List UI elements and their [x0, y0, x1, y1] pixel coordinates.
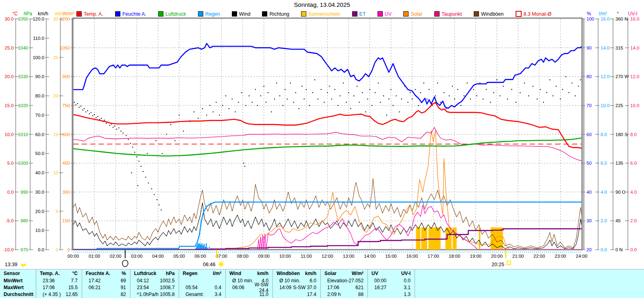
- table-cell-row: 82: [82, 291, 130, 298]
- legend-label: Regen: [205, 11, 220, 17]
- sensor-name: Luftdruck: [130, 271, 156, 276]
- table-empty-area: [415, 269, 644, 298]
- sensor-unit: °C: [72, 271, 82, 276]
- row-label: Sensor: [0, 271, 20, 276]
- x-axis-hour-label: 05:00: [173, 254, 185, 259]
- sunrise-time-label: 06:46: [203, 262, 215, 267]
- cell-value: 12.65: [66, 292, 82, 297]
- table-cell-row: 23:541008.7: [130, 284, 179, 291]
- axis-unit-label: km/h: [38, 11, 48, 17]
- sensor-unit: km/h: [305, 271, 320, 276]
- axis-tick-label: 0.0: [630, 247, 637, 252]
- axis-right-UV-I: [625, 19, 629, 250]
- sunrise-sun-icon: [218, 261, 224, 267]
- x-axis-hour-label: 02:00: [110, 254, 122, 259]
- legend-item-richtung: Richtung: [262, 11, 289, 17]
- legend-label: UV: [385, 11, 392, 17]
- axis-tick-label: 14.0: [630, 46, 639, 50]
- axis-tick-label: 14.0: [601, 46, 609, 50]
- axis-tick-label: -5.0: [6, 218, 14, 223]
- table-cell-row: 23:367.7: [36, 277, 82, 284]
- axis-tick-label: 1020: [18, 103, 28, 108]
- weather-day-chart-window: °C30.025.020.015.010.05.00.0-5.0-10.0hPa…: [0, 0, 644, 298]
- table-cell-row: 04:121002.5: [130, 277, 179, 284]
- axis-tick-label: 12.0: [630, 74, 639, 79]
- axis-unit-label: %: [587, 11, 591, 17]
- cell-value: 3.1: [404, 285, 415, 290]
- table-cell-row: (+ 4.35 )12.65: [36, 291, 82, 298]
- cell-value: 6.0: [310, 278, 320, 284]
- axis-tick-label: 16.0: [630, 17, 639, 21]
- table-cell-row: 06:06W-SW 24.4: [226, 284, 272, 291]
- legend-item-8-3-monat-: 8.3 Monat-Ø: [516, 11, 551, 17]
- table-col-luftdruck: LuftdruckhPa04:121002.523:541008.7^1.0hP…: [130, 269, 179, 298]
- axis-tick-label: 30: [53, 17, 58, 21]
- chart-canvas: °C30.025.020.015.010.05.00.0-5.0-10.0hPa…: [0, 0, 644, 269]
- axis-tick-label: 10.0: [630, 103, 639, 108]
- axis-tick-label: 600: [62, 132, 70, 137]
- sensor-unit: W/m²: [352, 271, 367, 276]
- table-row-labels: SensorMinWertMaxWertDurchschnitt: [0, 269, 36, 298]
- axis-tick-label: 1050: [18, 17, 28, 21]
- cell-time: 00:00: [368, 278, 386, 284]
- cell-value: 1.3: [404, 292, 415, 297]
- table-cell-row: ^1.0hPa/h1005.8: [130, 291, 179, 298]
- table-row-label: MaxWert: [0, 284, 36, 291]
- x-axis-hour-label: 21:00: [512, 254, 524, 259]
- table-cell-row: 17:0615.5: [36, 284, 82, 291]
- cell-time: 05:54: [179, 285, 198, 290]
- cell-value: 15.5: [68, 285, 82, 290]
- axis-left-hPa: [29, 19, 33, 250]
- axis-tick-label: 1030: [18, 74, 28, 79]
- axis-tick-label: 900: [62, 74, 70, 79]
- table-row-label: Sensor: [0, 270, 36, 277]
- cell-value: 1002.5: [160, 278, 179, 284]
- axis-tick-label: 135: [615, 161, 623, 166]
- cell-time: Gesamt:: [179, 292, 204, 297]
- legend-item-temp-a-: Temp. A.: [76, 11, 103, 17]
- legend-label: Wind: [239, 11, 250, 17]
- sensor-name: Feuchte A.: [82, 271, 110, 276]
- table-cell-row: Ø 10 min.6.0: [273, 277, 320, 284]
- sensor-unit: l/m²: [213, 271, 225, 276]
- row-label: Durchschnitt: [0, 292, 33, 297]
- axis-tick-label: 80: [586, 74, 592, 79]
- legend-item-taupunkt: Taupunkt: [434, 11, 462, 17]
- x-axis-hour-label: 10:00: [279, 254, 291, 259]
- axis-tick-label: 1200: [60, 17, 70, 21]
- moonrise-time-label: 13:39: [5, 262, 17, 267]
- cell-value: 82: [121, 292, 130, 297]
- moonset-icon: [122, 260, 128, 267]
- x-axis-hour-label: 18:00: [449, 254, 460, 259]
- legend-swatch-icon: [115, 11, 120, 17]
- axis-tick-label: 6.0: [630, 161, 637, 166]
- cell-time: (+ 4.35 ): [36, 292, 61, 297]
- sunset-icon: [507, 261, 511, 265]
- axis-tick-label: 990: [21, 190, 28, 195]
- axis-tick-label: 0.0: [38, 247, 44, 252]
- legend-label: Sonnenschein: [308, 11, 340, 17]
- x-axis-hour-label: 20:00: [491, 254, 503, 259]
- x-axis-hour-label: 09:00: [258, 254, 270, 259]
- axis-unit-label: W/m²: [62, 11, 74, 17]
- axis-tick-label: 150: [62, 218, 70, 223]
- axis-tick-label: 10.0: [601, 103, 609, 108]
- table-col-uv: UVUV-I00:000.016:273.11.3: [367, 269, 415, 298]
- cell-time: 2:09 h: [321, 292, 341, 297]
- x-axis-hour-label: 24:00: [576, 254, 588, 259]
- legend-swatch-icon: [158, 11, 163, 17]
- axis-tick-label: 1000: [18, 161, 28, 166]
- legend-item-windb-en: Windböen: [474, 11, 504, 17]
- axis-right-l/m²: [595, 19, 599, 250]
- cell-value: 1008.7: [160, 285, 179, 290]
- axis-tick-label: 40: [586, 190, 592, 195]
- legend-item-uv: UV: [378, 11, 392, 17]
- table-cell-row: 11.0: [226, 291, 272, 298]
- table-col-windb-en: Windböenkm/hØ 10 min.6.014:09S-SW 37.017…: [272, 269, 320, 298]
- legend-swatch-icon: [76, 11, 82, 17]
- axis-tick-label: 70: [586, 103, 592, 108]
- table-col-header: UVUV-I: [368, 270, 415, 277]
- cell-value: -27.052: [347, 278, 367, 284]
- table-col-wind: Windkm/hØ 10 min.4.006:06W-SW 24.411.0: [225, 269, 272, 298]
- sensor-unit: km/h: [257, 271, 272, 276]
